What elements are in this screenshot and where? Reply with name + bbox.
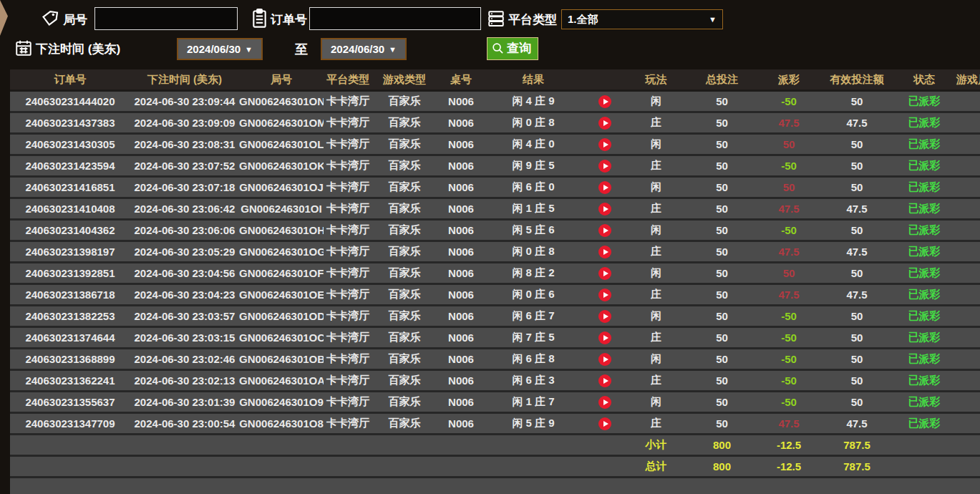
- cell-play: 闲: [629, 134, 684, 155]
- cell-platform: 卡卡湾厅: [324, 177, 372, 198]
- table-body: 240630231444020 2024-06-30 23:09:44 GN00…: [10, 91, 980, 435]
- cell-total-bet: 50: [684, 241, 760, 263]
- cell-result: 闲 4 庄 0: [485, 134, 581, 155]
- play-button[interactable]: [598, 353, 611, 366]
- table-row[interactable]: 240630231437383 2024-06-30 23:09:09 GN00…: [10, 112, 980, 134]
- date-to-value: 2024/06/30: [331, 43, 384, 55]
- play-button[interactable]: [598, 181, 611, 194]
- cell-replay: [581, 155, 629, 177]
- cell-status: 已派彩: [896, 198, 952, 220]
- cell-bet-time: 2024-06-30 23:05:29: [130, 241, 239, 263]
- platform-select[interactable]: 1.全部 ▼: [561, 9, 723, 29]
- cell-game-no: GN006246301OI: [239, 198, 324, 220]
- play-button[interactable]: [598, 289, 611, 301]
- cell-replay: [581, 284, 629, 306]
- cell-play: 庄: [629, 112, 684, 134]
- cell-platform: 卡卡湾厅: [324, 220, 372, 241]
- play-button[interactable]: [598, 117, 611, 130]
- header-game-type: 游戏类型: [372, 69, 437, 91]
- cell-table-no: N006: [437, 327, 485, 349]
- empty-footer-row: [10, 478, 980, 494]
- play-button[interactable]: [598, 95, 611, 108]
- cell-game-type: 百家乐: [372, 198, 437, 220]
- cell-valid-bet: 50: [818, 134, 896, 155]
- cell-game-round: [952, 392, 980, 413]
- date-from-value: 2024/06/30: [187, 43, 241, 55]
- cell-game-no: GN006246301OF: [239, 263, 324, 284]
- play-button[interactable]: [598, 246, 611, 258]
- cell-status: 已派彩: [896, 155, 952, 177]
- cell-platform: 卡卡湾厅: [324, 284, 372, 306]
- table-row[interactable]: 240630231355637 2024-06-30 23:01:39 GN00…: [10, 392, 980, 413]
- subtotal-valid-bet: 787.5: [818, 435, 896, 456]
- table-row[interactable]: 240630231368899 2024-06-30 23:02:46 GN00…: [10, 349, 980, 370]
- play-button[interactable]: [598, 396, 611, 409]
- cell-result: 闲 6 庄 3: [485, 370, 581, 392]
- table-row[interactable]: 240630231416851 2024-06-30 23:07:18 GN00…: [10, 177, 980, 198]
- cell-order-no: 240630231362241: [10, 370, 130, 392]
- table-row[interactable]: 240630231347709 2024-06-30 23:00:54 GN00…: [10, 413, 980, 435]
- table-row[interactable]: 240630231444020 2024-06-30 23:09:44 GN00…: [10, 91, 980, 112]
- table-row[interactable]: 240630231392851 2024-06-30 23:04:56 GN00…: [10, 263, 980, 284]
- table-row[interactable]: 240630231374644 2024-06-30 23:03:15 GN00…: [10, 327, 980, 349]
- table-row[interactable]: 240630231430305 2024-06-30 23:08:31 GN00…: [10, 134, 980, 155]
- order-no-input[interactable]: [309, 7, 481, 30]
- play-button[interactable]: [598, 224, 611, 237]
- play-button[interactable]: [598, 417, 611, 430]
- cell-game-type: 百家乐: [372, 263, 437, 284]
- table-row[interactable]: 240630231382253 2024-06-30 23:03:57 GN00…: [10, 306, 980, 327]
- table-header-row: 订单号 下注时间 (美东) 局号 平台类型 游戏类型 桌号 结果 玩法 总投注 …: [10, 69, 980, 91]
- cell-bet-time: 2024-06-30 23:09:44: [130, 91, 239, 112]
- cell-replay: [581, 241, 629, 263]
- cell-order-no: 240630231444020: [10, 91, 130, 112]
- date-to-select[interactable]: 2024/06/30 ▼: [321, 38, 407, 60]
- cell-valid-bet: 50: [818, 327, 896, 349]
- cell-bet-time: 2024-06-30 23:07:52: [130, 155, 239, 177]
- cell-play: 闲: [629, 177, 684, 198]
- cell-bet-time: 2024-06-30 23:02:13: [130, 370, 239, 392]
- table-row[interactable]: 240630231410408 2024-06-30 23:06:42 GN00…: [10, 198, 980, 220]
- platform-select-value: 1.全部: [568, 13, 598, 26]
- cell-play: 庄: [629, 155, 684, 177]
- cell-total-bet: 50: [684, 155, 760, 177]
- cell-result: 闲 0 庄 8: [485, 112, 581, 134]
- cell-replay: [581, 349, 629, 370]
- cell-replay: [581, 327, 629, 349]
- cell-game-type: 百家乐: [372, 284, 437, 306]
- table-row[interactable]: 240630231386718 2024-06-30 23:04:23 GN00…: [10, 284, 980, 306]
- header-game-no: 局号: [239, 69, 324, 91]
- cell-payout: 50: [760, 263, 818, 284]
- cell-valid-bet: 50: [818, 370, 896, 392]
- game-no-input[interactable]: [94, 7, 238, 30]
- cell-total-bet: 50: [684, 327, 760, 349]
- play-button[interactable]: [598, 138, 611, 151]
- header-game-round: 游戏局号: [952, 69, 980, 91]
- play-button[interactable]: [598, 374, 611, 387]
- cell-game-round: [952, 198, 980, 220]
- cell-status: 已派彩: [896, 134, 952, 155]
- table-row[interactable]: 240630231398197 2024-06-30 23:05:29 GN00…: [10, 241, 980, 263]
- search-button[interactable]: 查询: [487, 37, 538, 60]
- play-button[interactable]: [598, 310, 611, 323]
- cell-valid-bet: 47.5: [818, 413, 896, 435]
- cell-table-no: N006: [437, 112, 485, 134]
- table-row[interactable]: 240630231362241 2024-06-30 23:02:13 GN00…: [10, 370, 980, 392]
- play-button[interactable]: [598, 203, 611, 215]
- cell-bet-time: 2024-06-30 23:00:54: [130, 413, 239, 435]
- play-button[interactable]: [598, 267, 611, 280]
- cell-game-round: [952, 220, 980, 241]
- play-button[interactable]: [598, 160, 611, 173]
- calendar-icon: [14, 39, 33, 57]
- table-row[interactable]: 240630231423594 2024-06-30 23:07:52 GN00…: [10, 155, 980, 177]
- cell-valid-bet: 50: [818, 155, 896, 177]
- cell-order-no: 240630231430305: [10, 134, 130, 155]
- tag-icon: [41, 9, 59, 28]
- cell-valid-bet: 47.5: [818, 284, 896, 306]
- cell-table-no: N006: [437, 220, 485, 241]
- cell-replay: [581, 306, 629, 327]
- subtotal-label: 小计: [629, 435, 684, 456]
- date-from-select[interactable]: 2024/06/30 ▼: [177, 38, 263, 60]
- table-row[interactable]: 240630231404362 2024-06-30 23:06:06 GN00…: [10, 220, 980, 241]
- bet-time-label: 下注时间 (美东): [36, 41, 120, 57]
- play-button[interactable]: [598, 331, 611, 344]
